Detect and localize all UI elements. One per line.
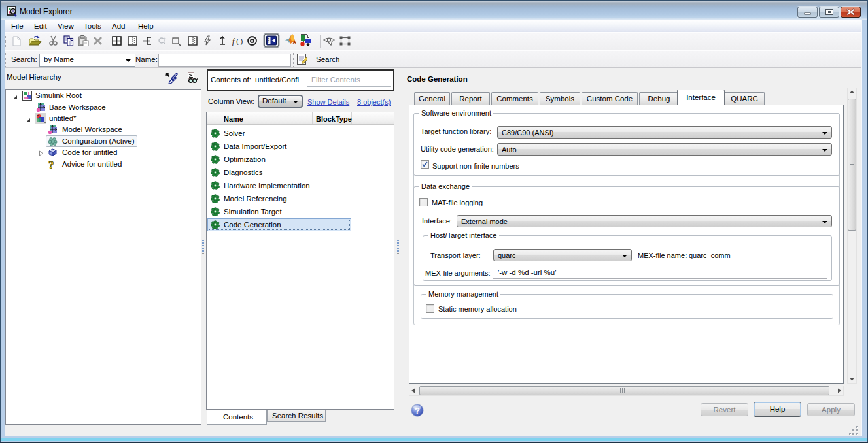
svg-text:f: f bbox=[232, 37, 235, 46]
svg-text:( ): ( ) bbox=[236, 37, 243, 45]
svg-text:?: ? bbox=[415, 406, 420, 416]
svg-text:?: ? bbox=[48, 159, 54, 169]
